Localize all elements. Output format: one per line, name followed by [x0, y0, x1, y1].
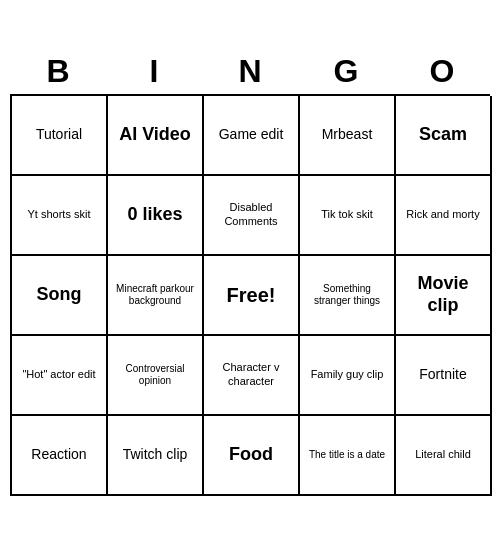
bingo-cell-r4-c0: Reaction: [12, 416, 108, 496]
bingo-letter-g: G: [302, 53, 390, 90]
bingo-cell-r1-c0: Yt shorts skit: [12, 176, 108, 256]
bingo-cell-text-r1-c3: Tik tok skit: [321, 208, 373, 221]
bingo-cell-text-r0-c3: Mrbeast: [322, 126, 373, 143]
bingo-cell-r4-c3: The title is a date: [300, 416, 396, 496]
bingo-cell-text-r1-c1: 0 likes: [127, 204, 182, 226]
bingo-cell-r2-c1: Minecraft parkour background: [108, 256, 204, 336]
bingo-cell-text-r2-c2: Free!: [227, 283, 276, 307]
bingo-cell-r1-c2: Disabled Comments: [204, 176, 300, 256]
bingo-cell-text-r2-c4: Movie clip: [400, 273, 486, 316]
bingo-cell-text-r0-c4: Scam: [419, 124, 467, 146]
bingo-cell-r1-c3: Tik tok skit: [300, 176, 396, 256]
bingo-cell-r2-c4: Movie clip: [396, 256, 492, 336]
bingo-cell-text-r3-c3: Family guy clip: [311, 368, 384, 381]
bingo-cell-text-r1-c2: Disabled Comments: [208, 201, 294, 227]
bingo-cell-r3-c0: "Hot" actor edit: [12, 336, 108, 416]
bingo-cell-r0-c3: Mrbeast: [300, 96, 396, 176]
bingo-letter-o: O: [398, 53, 486, 90]
bingo-cell-r3-c2: Character v character: [204, 336, 300, 416]
bingo-cell-r4-c2: Food: [204, 416, 300, 496]
bingo-cell-r3-c4: Fortnite: [396, 336, 492, 416]
bingo-cell-text-r3-c1: Controversial opinion: [112, 363, 198, 387]
bingo-grid: TutorialAI VideoGame editMrbeastScamYt s…: [10, 94, 490, 496]
bingo-cell-text-r3-c2: Character v character: [208, 361, 294, 387]
bingo-cell-r3-c1: Controversial opinion: [108, 336, 204, 416]
bingo-cell-text-r0-c2: Game edit: [219, 126, 284, 143]
bingo-cell-r0-c2: Game edit: [204, 96, 300, 176]
bingo-cell-r0-c4: Scam: [396, 96, 492, 176]
bingo-cell-r2-c3: Something stranger things: [300, 256, 396, 336]
bingo-cell-text-r2-c3: Something stranger things: [304, 283, 390, 307]
bingo-cell-r4-c4: Literal child: [396, 416, 492, 496]
bingo-cell-text-r4-c3: The title is a date: [309, 449, 385, 461]
bingo-letter-b: B: [14, 53, 102, 90]
bingo-cell-text-r0-c1: AI Video: [119, 124, 191, 146]
bingo-cell-r0-c0: Tutorial: [12, 96, 108, 176]
bingo-header: BINGO: [10, 49, 490, 94]
bingo-cell-r1-c4: Rick and morty: [396, 176, 492, 256]
bingo-letter-n: N: [206, 53, 294, 90]
bingo-cell-r2-c0: Song: [12, 256, 108, 336]
bingo-cell-r4-c1: Twitch clip: [108, 416, 204, 496]
bingo-cell-text-r4-c4: Literal child: [415, 448, 471, 461]
bingo-cell-text-r1-c4: Rick and morty: [406, 208, 479, 221]
bingo-cell-text-r3-c0: "Hot" actor edit: [22, 368, 95, 381]
bingo-cell-text-r3-c4: Fortnite: [419, 366, 466, 383]
bingo-cell-text-r1-c0: Yt shorts skit: [28, 208, 91, 221]
bingo-cell-text-r2-c0: Song: [37, 284, 82, 306]
bingo-cell-r3-c3: Family guy clip: [300, 336, 396, 416]
bingo-cell-r2-c2: Free!: [204, 256, 300, 336]
bingo-card: BINGO TutorialAI VideoGame editMrbeastSc…: [10, 49, 490, 496]
bingo-cell-text-r4-c2: Food: [229, 444, 273, 466]
bingo-cell-text-r2-c1: Minecraft parkour background: [112, 283, 198, 307]
bingo-cell-r0-c1: AI Video: [108, 96, 204, 176]
bingo-cell-r1-c1: 0 likes: [108, 176, 204, 256]
bingo-cell-text-r4-c0: Reaction: [31, 446, 86, 463]
bingo-cell-text-r4-c1: Twitch clip: [123, 446, 188, 463]
bingo-letter-i: I: [110, 53, 198, 90]
bingo-cell-text-r0-c0: Tutorial: [36, 126, 82, 143]
